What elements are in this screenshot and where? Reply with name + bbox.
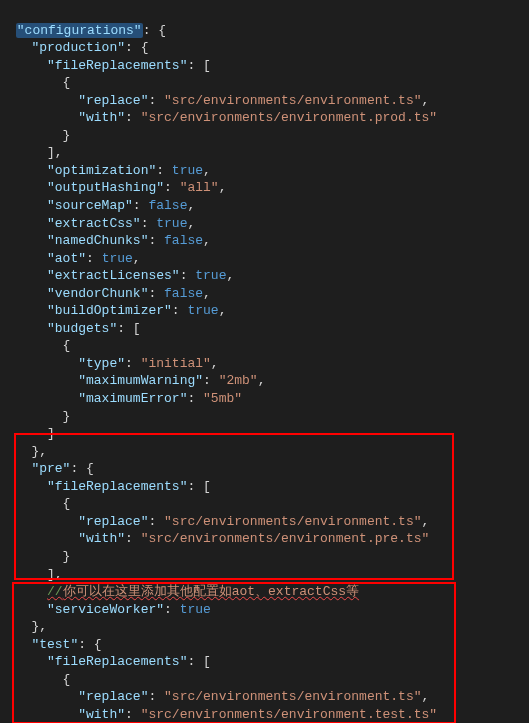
key-maximumError: "maximumError" xyxy=(78,391,187,406)
string-value: "all" xyxy=(180,180,219,195)
key-maximumWarning: "maximumWarning" xyxy=(78,373,203,388)
key-replace: "replace" xyxy=(78,514,148,529)
bool-value: true xyxy=(156,216,187,231)
key-extractCss: "extractCss" xyxy=(47,216,141,231)
bool-value: false xyxy=(164,286,203,301)
key-vendorChunk: "vendorChunk" xyxy=(47,286,148,301)
key-optimization: "optimization" xyxy=(47,163,156,178)
bool-value: true xyxy=(102,251,133,266)
key-namedChunks: "namedChunks" xyxy=(47,233,148,248)
bool-value: false xyxy=(164,233,203,248)
key-fileReplacements: "fileReplacements" xyxy=(47,58,187,73)
string-value: "2mb" xyxy=(219,373,258,388)
key-fileReplacements: "fileReplacements" xyxy=(47,654,187,669)
bool-value: true xyxy=(172,163,203,178)
string-value: "src/environments/environment.prod.ts" xyxy=(141,110,437,125)
key-budgets: "budgets" xyxy=(47,321,117,336)
bool-value: true xyxy=(187,303,218,318)
bool-value: true xyxy=(180,602,211,617)
key-aot: "aot" xyxy=(47,251,86,266)
bool-value: false xyxy=(148,198,187,213)
key-extractLicenses: "extractLicenses" xyxy=(47,268,180,283)
key-test: "test" xyxy=(31,637,78,652)
string-value: "5mb" xyxy=(203,391,242,406)
comment-text: 你可以在这里添加其他配置如aot、extractCss等 xyxy=(63,584,359,599)
key-fileReplacements: "fileReplacements" xyxy=(47,479,187,494)
key-sourceMap: "sourceMap" xyxy=(47,198,133,213)
key-with: "with" xyxy=(78,110,125,125)
key-replace: "replace" xyxy=(78,689,148,704)
string-value: "src/environments/environment.ts" xyxy=(164,514,421,529)
string-value: "src/environments/environment.ts" xyxy=(164,93,421,108)
key-with: "with" xyxy=(78,707,125,722)
string-value: "src/environments/environment.ts" xyxy=(164,689,421,704)
key-buildOptimizer: "buildOptimizer" xyxy=(47,303,172,318)
key-with: "with" xyxy=(78,531,125,546)
key-serviceWorker: "serviceWorker" xyxy=(47,602,164,617)
key-replace: "replace" xyxy=(78,93,148,108)
string-value: "src/environments/environment.pre.ts" xyxy=(141,531,430,546)
code-editor[interactable]: "configurations": { "production": { "fil… xyxy=(0,0,529,723)
comment-slashes: // xyxy=(47,584,63,599)
key-pre: "pre" xyxy=(31,461,70,476)
key-outputHashing: "outputHashing" xyxy=(47,180,164,195)
key-production: "production" xyxy=(31,40,125,55)
key-configurations: "configurations" xyxy=(16,23,143,38)
key-type: "type" xyxy=(78,356,125,371)
bool-value: true xyxy=(195,268,226,283)
string-value: "src/environments/environment.test.ts" xyxy=(141,707,437,722)
string-value: "initial" xyxy=(141,356,211,371)
